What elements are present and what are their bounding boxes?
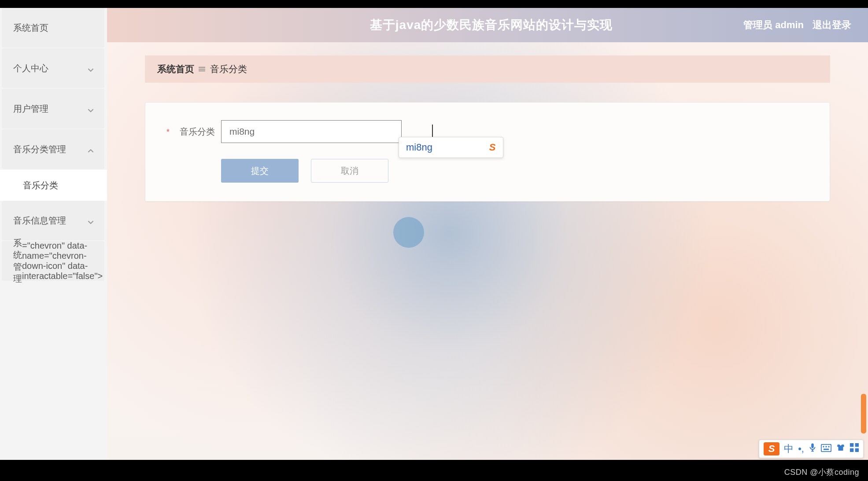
button-row: 提交 取消: [167, 159, 808, 183]
sidebar-item-home[interactable]: 系统首页: [2, 8, 104, 48]
sidebar-item-system[interactable]: 系统管理="chevron" data-name="chevron-down-i…: [2, 241, 104, 281]
sidebar-subitem-label: 音乐分类: [23, 180, 58, 191]
ime-skin-icon[interactable]: [836, 443, 846, 455]
ime-candidate-popup[interactable]: mi8ng S: [399, 137, 503, 158]
sidebar-item-label: 用户管理: [13, 103, 48, 115]
scrollbar-handle[interactable]: [861, 394, 866, 433]
sidebar-item-label: 音乐分类管理: [13, 143, 66, 155]
logout-link[interactable]: 退出登录: [813, 18, 851, 32]
chevron-down-icon: [88, 217, 94, 224]
form-label: * 音乐分类: [167, 126, 215, 138]
svg-rect-1: [821, 444, 831, 452]
header-right: 管理员 admin 退出登录: [743, 18, 851, 32]
svg-rect-4: [828, 446, 830, 448]
svg-rect-2: [823, 446, 824, 448]
sidebar-item-label: 个人中心: [13, 62, 48, 74]
required-mark: *: [166, 128, 170, 137]
submit-button[interactable]: 提交: [221, 159, 299, 183]
watermark: CSDN @小蔡coding: [784, 467, 859, 477]
svg-rect-8: [850, 448, 853, 452]
svg-rect-0: [811, 443, 814, 448]
content: 系统首页 ||| 音乐分类 * 音乐分类 提交 取消 mi8ng: [107, 42, 868, 202]
sogou-badge-icon: S: [764, 442, 779, 455]
breadcrumb: 系统首页 ||| 音乐分类: [145, 55, 830, 83]
main-area: 基于java的少数民族音乐网站的设计与实现 管理员 admin 退出登录 系统首…: [107, 8, 868, 460]
svg-rect-7: [855, 443, 859, 447]
sidebar-item-label: 系统管理: [13, 237, 22, 285]
ime-candidate-text: mi8ng: [406, 142, 432, 153]
ime-lang-toggle[interactable]: 中: [784, 442, 794, 455]
ime-voice-icon[interactable]: [809, 443, 816, 455]
breadcrumb-current: 音乐分类: [210, 63, 247, 75]
chevron-down-icon: [88, 65, 94, 71]
breadcrumb-home[interactable]: 系统首页: [157, 63, 194, 75]
sidebar: 系统首页 个人中心 用户管理 音乐分类管理 音乐分类 音乐信息管理 系统管理="…: [0, 8, 107, 460]
svg-rect-3: [826, 446, 827, 448]
svg-rect-5: [824, 449, 829, 450]
ime-punct-icon[interactable]: •,: [798, 443, 804, 455]
sidebar-subitem-music-type[interactable]: 音乐分类: [0, 170, 107, 201]
svg-rect-9: [855, 448, 859, 452]
music-category-input[interactable]: [221, 120, 402, 143]
sogou-logo-icon: S: [485, 142, 499, 153]
chevron-up-icon: [88, 146, 94, 152]
field-label-text: 音乐分类: [180, 127, 215, 136]
sidebar-item-music-category[interactable]: 音乐分类管理: [2, 129, 104, 169]
page-title: 基于java的少数民族音乐网站的设计与实现: [239, 17, 743, 33]
sidebar-item-music-info[interactable]: 音乐信息管理: [2, 201, 104, 240]
ime-toolbar[interactable]: S 中 •,: [759, 440, 864, 458]
chevron-down-icon: [88, 106, 94, 112]
sidebar-item-label: 音乐信息管理: [13, 215, 66, 227]
background-decoration: [393, 217, 424, 248]
cancel-button[interactable]: 取消: [311, 159, 388, 183]
ime-toolbox-icon[interactable]: [850, 443, 859, 455]
sidebar-item-label: 系统首页: [13, 22, 48, 34]
sidebar-item-users[interactable]: 用户管理: [2, 89, 104, 129]
sidebar-item-profile[interactable]: 个人中心: [2, 48, 104, 88]
admin-link[interactable]: 管理员 admin: [743, 18, 804, 32]
breadcrumb-separator-icon: |||: [198, 66, 206, 72]
form-card: * 音乐分类 提交 取消 mi8ng S: [145, 102, 830, 202]
header: 基于java的少数民族音乐网站的设计与实现 管理员 admin 退出登录: [107, 8, 868, 42]
ime-keyboard-icon[interactable]: [821, 443, 831, 455]
svg-rect-6: [850, 443, 853, 447]
